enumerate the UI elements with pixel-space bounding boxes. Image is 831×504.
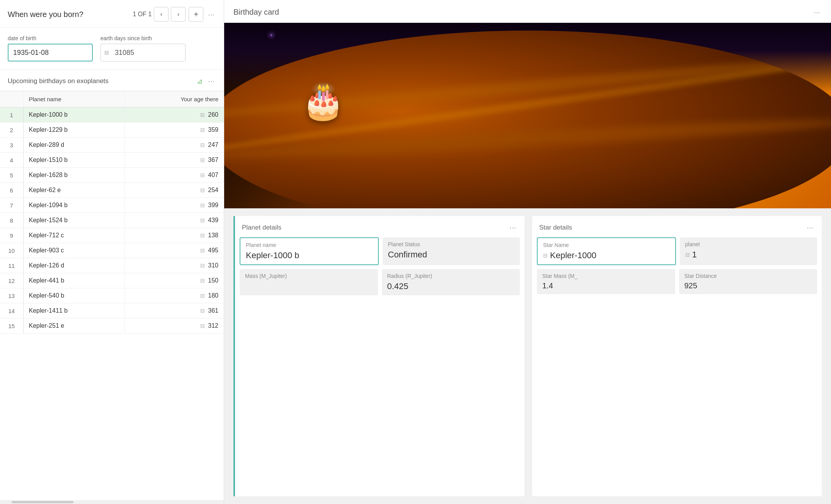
section-title: Upcoming birthdays on exoplanets <box>8 77 109 85</box>
bcard-more-button[interactable]: ··· <box>812 6 822 18</box>
table-row[interactable]: 11Kepler-126 d⊟310 <box>0 258 224 273</box>
planet-radius-value: 0.425 <box>387 281 515 291</box>
cell-icon: ⊟ <box>200 293 205 299</box>
planet-name-cell: Kepler-1000 b <box>23 107 125 123</box>
age-cell: ⊟180 <box>125 288 224 303</box>
star-details-header: Star details ··· <box>532 216 822 237</box>
table-row[interactable]: 3Kepler-289 d⊟247 <box>0 138 224 153</box>
age-cell: ⊟150 <box>125 273 224 288</box>
row-index: 3 <box>0 138 23 153</box>
planet-details-header: Planet details ··· <box>235 216 524 237</box>
cell-icon: ⊟ <box>200 278 205 284</box>
age-cell: ⊟439 <box>125 213 224 228</box>
star-details-widget: Star details ··· Star Name ⊟ Kepler-1000… <box>532 216 822 496</box>
age-cell: ⊟312 <box>125 318 224 334</box>
planet-details-content: Planet name Kepler-1000 b Planet Status … <box>235 237 524 496</box>
planet-name-row: Planet name Kepler-1000 b Planet Status … <box>240 237 520 265</box>
next-record-button[interactable]: › <box>171 7 186 22</box>
cell-icon: ⊟ <box>200 142 205 148</box>
planet-count-value: ⊟ 1 <box>685 250 812 260</box>
age-cell: ⊟254 <box>125 183 224 198</box>
star-mass-card: Star Mass (M_ 1.4 <box>537 269 675 294</box>
star-decoration <box>271 34 272 36</box>
table-row[interactable]: 9Kepler-712 c⊟138 <box>0 228 224 243</box>
row-index: 6 <box>0 183 23 198</box>
planet-name-cell: Kepler-62 e <box>23 183 125 198</box>
table-row[interactable]: 13Kepler-540 b⊟180 <box>0 288 224 303</box>
planet-details-widget: Planet details ··· Planet name Kepler-10… <box>233 216 524 496</box>
planet-name-cell: Kepler-712 c <box>23 228 125 243</box>
col-header-age: Your age there <box>125 91 224 107</box>
cell-icon: ⊟ <box>200 112 205 118</box>
widget-header: When were you born? 1 OF 1 ‹ › + ··· <box>0 0 224 27</box>
table-row[interactable]: 4Kepler-1510 b⊟367 <box>0 153 224 168</box>
table-row[interactable]: 12Kepler-441 b⊟150 <box>0 273 224 288</box>
right-panel: Birthday card ··· 🎂 Planet details ··· <box>224 0 831 504</box>
left-panel: When were you born? 1 OF 1 ‹ › + ··· dat… <box>0 0 224 504</box>
table-row[interactable]: 15Kepler-251 e⊟312 <box>0 318 224 334</box>
age-cell: ⊟310 <box>125 258 224 273</box>
planet-name-cell: Kepler-1510 b <box>23 153 125 168</box>
add-record-button[interactable]: + <box>189 7 203 22</box>
cell-icon: ⊟ <box>200 172 205 178</box>
table-row[interactable]: 8Kepler-1524 b⊟439 <box>0 213 224 228</box>
days-label: earth days since birth <box>100 35 186 41</box>
prev-record-button[interactable]: ‹ <box>154 7 169 22</box>
star-distance-value: 925 <box>685 281 812 290</box>
age-cell: ⊟359 <box>125 123 224 138</box>
planet-name-cell: Kepler-289 d <box>23 138 125 153</box>
table-row[interactable]: 10Kepler-903 c⊟495 <box>0 243 224 258</box>
planet-radius-label: Radius (R_Jupiter) <box>387 273 515 279</box>
table-row[interactable]: 6Kepler-62 e⊟254 <box>0 183 224 198</box>
star-name-value: ⊟ Kepler-1000 <box>543 250 670 261</box>
planet-name-cell: Kepler-441 b <box>23 273 125 288</box>
planet-count-label: planet <box>685 241 812 247</box>
star-details-title: Star details <box>539 224 572 232</box>
record-count: 1 OF 1 <box>133 11 152 18</box>
widget-title: When were you born? <box>8 10 83 19</box>
star-details-content: Star Name ⊟ Kepler-1000 planet ⊟ 1 <box>532 237 822 299</box>
planet-count-card: planet ⊟ 1 <box>680 237 817 265</box>
filter-icon[interactable]: ⊿ <box>197 77 203 85</box>
planet-details-more-button[interactable]: ··· <box>508 221 518 233</box>
planet-name-value: Kepler-1000 b <box>246 250 373 261</box>
section-more-button[interactable]: ··· <box>206 75 216 87</box>
planet-status-label: Planet Status <box>388 241 515 247</box>
cell-icon: ⊟ <box>200 308 205 314</box>
row-index: 14 <box>0 303 23 318</box>
birthday-image: 🎂 <box>224 23 831 208</box>
days-field: earth days since birth ⊟ <box>100 35 186 61</box>
planet-name-cell: Kepler-251 e <box>23 318 125 334</box>
widget-controls: 1 OF 1 ‹ › + ··· <box>133 7 216 22</box>
days-input[interactable] <box>100 44 186 61</box>
age-cell: ⊟399 <box>125 198 224 213</box>
table-row[interactable]: 2Kepler-1229 b⊟359 <box>0 123 224 138</box>
table-row[interactable]: 7Kepler-1094 b⊟399 <box>0 198 224 213</box>
age-cell: ⊟138 <box>125 228 224 243</box>
cell-icon: ⊟ <box>200 157 205 163</box>
planet-count-icon: ⊟ <box>685 252 690 258</box>
record-nav: 1 OF 1 ‹ › <box>133 7 186 22</box>
row-index: 1 <box>0 107 23 123</box>
planet-mass-label: Mass (M_Jupiter) <box>245 273 373 279</box>
planet-name-cell: Kepler-1411 b <box>23 303 125 318</box>
more-options-button[interactable]: ··· <box>206 9 216 20</box>
col-header-planet: Planet name <box>23 91 125 107</box>
cell-icon: ⊟ <box>200 247 205 254</box>
cell-icon: ⊟ <box>200 217 205 223</box>
table-row[interactable]: 14Kepler-1411 b⊟361 <box>0 303 224 318</box>
dob-input[interactable] <box>8 44 93 61</box>
table-row[interactable]: 5Kepler-1628 b⊟407 <box>0 168 224 183</box>
planet-status-value: Confirmed <box>388 250 515 260</box>
planet-name-label: Planet name <box>246 242 373 248</box>
cell-icon: ⊟ <box>200 262 205 269</box>
planets-table-container[interactable]: Planet name Your age there 1Kepler-1000 … <box>0 91 224 500</box>
planet-metrics-row: Mass (M_Jupiter) Radius (R_Jupiter) 0.42… <box>240 269 520 295</box>
cell-icon: ⊟ <box>200 187 205 193</box>
col-header-index <box>0 91 23 107</box>
star-details-more-button[interactable]: ··· <box>805 221 815 233</box>
dob-label: date of birth <box>8 35 93 41</box>
star-distance-label: Star Distance <box>685 273 812 279</box>
age-cell: ⊟361 <box>125 303 224 318</box>
table-row[interactable]: 1Kepler-1000 b⊟260 <box>0 107 224 123</box>
